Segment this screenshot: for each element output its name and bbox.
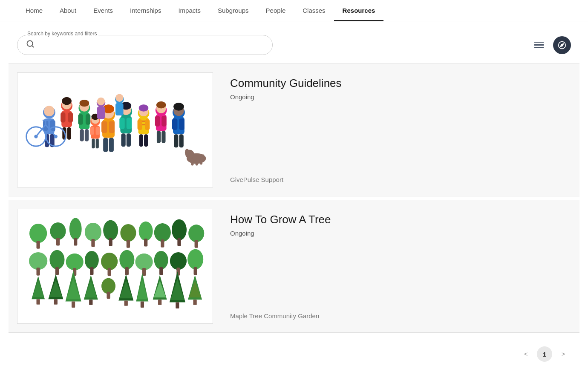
nav-about[interactable]: About [51, 0, 85, 21]
svg-point-130 [135, 253, 153, 270]
svg-marker-139 [32, 280, 44, 297]
resource-info: Community Guidelines Ongoing GivePulse S… [222, 64, 350, 196]
filter-lines-icon [534, 42, 544, 49]
svg-marker-148 [85, 281, 97, 297]
navigation: Home About Events Internships Impacts Su… [0, 0, 588, 21]
svg-rect-67 [157, 131, 161, 143]
svg-rect-25 [80, 129, 84, 141]
resource-card[interactable]: Community Guidelines Ongoing GivePulse S… [9, 63, 579, 196]
search-label: Search by keywords and filters [26, 31, 98, 37]
svg-rect-65 [155, 116, 160, 127]
svg-rect-58 [145, 119, 150, 130]
nav-home[interactable]: Home [17, 0, 51, 21]
svg-rect-18 [67, 127, 71, 140]
svg-point-128 [119, 250, 134, 269]
svg-point-102 [69, 218, 82, 240]
svg-rect-115 [177, 238, 181, 246]
svg-rect-146 [72, 301, 75, 307]
svg-rect-81 [90, 127, 94, 135]
svg-marker-156 [137, 279, 148, 299]
svg-rect-40 [109, 121, 115, 133]
svg-point-114 [172, 219, 187, 240]
people-illustration [17, 73, 213, 187]
svg-marker-3 [560, 43, 563, 46]
svg-rect-157 [141, 301, 144, 307]
page-1-button[interactable]: 1 [537, 346, 552, 362]
svg-rect-60 [144, 134, 148, 147]
svg-point-96 [115, 94, 124, 102]
search-wrapper: Search by keywords and filters [17, 35, 273, 55]
next-icon: > [562, 351, 565, 357]
svg-point-106 [103, 220, 118, 240]
svg-point-116 [188, 225, 204, 242]
svg-point-132 [154, 251, 168, 269]
svg-marker-142 [49, 280, 62, 297]
svg-point-108 [120, 224, 136, 242]
svg-point-124 [85, 251, 99, 269]
svg-line-1 [32, 46, 34, 47]
search-input[interactable] [39, 41, 264, 49]
resource-title: How To Grow A Tree [230, 213, 331, 226]
svg-rect-68 [161, 131, 165, 143]
svg-rect-15 [61, 112, 65, 123]
nav-events[interactable]: Events [85, 0, 121, 21]
nav-impacts[interactable]: Impacts [170, 0, 209, 21]
svg-rect-113 [161, 239, 164, 248]
svg-rect-143 [54, 299, 58, 304]
filter-button[interactable] [530, 36, 548, 54]
svg-marker-153 [119, 280, 133, 298]
svg-point-71 [173, 103, 184, 111]
svg-rect-73 [172, 118, 177, 130]
svg-point-136 [187, 249, 203, 269]
resource-source: Maple Tree Community Garden [230, 295, 331, 320]
svg-rect-39 [101, 121, 107, 133]
svg-rect-49 [121, 133, 125, 147]
resource-list: Community Guidelines Ongoing GivePulse S… [0, 63, 588, 333]
resource-source: GivePulse Support [230, 159, 342, 183]
svg-rect-107 [109, 238, 112, 246]
search-icon [26, 40, 35, 50]
svg-point-120 [49, 250, 64, 269]
nav-internships[interactable]: Internships [121, 0, 170, 21]
svg-point-104 [85, 223, 101, 241]
svg-rect-48 [127, 118, 132, 129]
nav-classes[interactable]: Classes [294, 0, 334, 21]
svg-rect-76 [179, 134, 183, 147]
resource-info: How To Grow A Tree Ongoing Maple Tree Co… [222, 200, 340, 332]
svg-point-112 [154, 223, 171, 242]
svg-rect-88 [191, 158, 193, 165]
svg-rect-99 [36, 241, 40, 249]
search-container [17, 35, 273, 55]
svg-rect-82 [96, 127, 100, 135]
next-page-button[interactable]: > [556, 346, 571, 362]
svg-rect-84 [96, 139, 99, 149]
svg-rect-57 [138, 119, 142, 130]
svg-point-21 [80, 100, 89, 107]
svg-rect-103 [74, 238, 77, 246]
svg-rect-154 [124, 300, 128, 305]
svg-rect-105 [91, 239, 95, 247]
nav-subgroups[interactable]: Subgroups [209, 0, 257, 21]
compass-button[interactable] [553, 36, 571, 54]
svg-rect-133 [159, 267, 163, 275]
svg-marker-145 [66, 279, 81, 299]
svg-rect-149 [89, 300, 92, 305]
svg-marker-162 [170, 279, 184, 300]
resource-status: Ongoing [230, 230, 331, 237]
nav-people[interactable]: People [257, 0, 294, 21]
svg-rect-42 [109, 138, 114, 152]
svg-rect-129 [125, 267, 129, 275]
nav-resources[interactable]: Resources [334, 0, 384, 21]
resource-card[interactable]: How To Grow A Tree Ongoing Maple Tree Co… [9, 200, 579, 333]
svg-rect-111 [144, 239, 147, 247]
svg-point-150 [101, 278, 115, 294]
svg-point-134 [170, 252, 187, 270]
svg-point-87 [185, 149, 189, 156]
svg-rect-75 [174, 134, 178, 147]
prev-page-button[interactable]: < [518, 346, 533, 362]
resource-image-trees [17, 209, 213, 324]
compass-icon [558, 41, 566, 49]
svg-rect-117 [195, 240, 198, 248]
svg-rect-131 [142, 268, 146, 276]
svg-marker-159 [154, 281, 166, 297]
